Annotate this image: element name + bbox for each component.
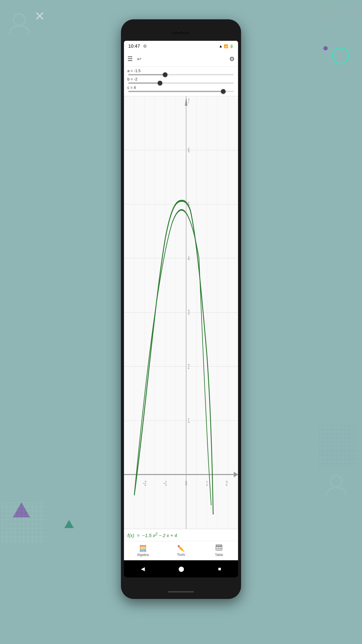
undo-icon[interactable]: ↩	[137, 56, 141, 62]
bg-grid-bl	[2, 502, 45, 545]
bg-triangle-purple	[13, 502, 30, 517]
svg-rect-1	[319, 425, 358, 468]
svg-rect-3	[2, 502, 45, 545]
status-icons: ▲ 📶 🔋	[219, 44, 234, 48]
slider-c-fill	[128, 91, 223, 92]
slider-a-fill	[128, 74, 165, 75]
bg-squiggle-tr	[315, 2, 362, 28]
bg-dot-tr	[323, 46, 328, 50]
table-icon-svg	[216, 544, 222, 550]
svg-point-2	[331, 476, 342, 487]
svg-text:4: 4	[188, 254, 190, 262]
slider-b-fill	[128, 82, 160, 84]
nav-item-table[interactable]: Table	[200, 544, 238, 557]
table-icon	[216, 544, 222, 552]
slider-a-thumb[interactable]	[163, 72, 167, 77]
gear-icon-toolbar[interactable]: ⚙	[229, 56, 235, 62]
svg-text:1: 1	[206, 480, 208, 487]
nav-item-tools[interactable]: ✏️ Tools	[162, 545, 200, 557]
wifi-icon: ▲	[219, 44, 223, 48]
graph-svg: 7 6 5 4 3 2 1 −2 −1 0 1 2	[124, 96, 238, 529]
graph-area: 7 6 5 4 3 2 1 −2 −1 0 1 2	[124, 96, 238, 529]
svg-text:6: 6	[188, 146, 190, 154]
nav-label-algebra: Algebra	[137, 553, 149, 557]
svg-text:0: 0	[185, 480, 187, 487]
formula-bar: f(x) = −1.5 x2 − 2 x + 4	[124, 529, 238, 541]
slider-b-track[interactable]	[128, 82, 234, 84]
bg-user-icon-tl	[6, 11, 32, 36]
bg-circle-tr	[332, 47, 349, 64]
android-home-button[interactable]: ⬤	[178, 566, 184, 572]
slider-b-label: b = -2	[127, 77, 235, 82]
phone-home-bar	[168, 591, 194, 592]
phone-speaker	[172, 32, 190, 34]
hamburger-icon[interactable]: ☰	[127, 56, 133, 62]
tools-icon: ✏️	[177, 545, 185, 552]
svg-rect-42	[216, 545, 222, 546]
slider-c-thumb[interactable]	[221, 89, 226, 94]
android-recent-button[interactable]: ■	[218, 566, 221, 572]
battery-icon: 🔋	[230, 44, 234, 48]
nav-label-tools: Tools	[177, 553, 185, 557]
app-content: ☰ ↩ ⚙ a = -1.5 b = -2	[124, 52, 238, 560]
toolbar: ☰ ↩ ⚙	[124, 52, 238, 66]
nav-label-table: Table	[215, 553, 223, 557]
bg-triangle-green	[64, 520, 74, 528]
status-time: 10:47	[128, 43, 140, 49]
svg-text:7: 7	[188, 97, 190, 105]
status-bar: 10:47 ⚙ ▲ 📶 🔋	[124, 41, 238, 52]
svg-text:1: 1	[188, 416, 190, 424]
svg-text:2: 2	[188, 362, 190, 370]
svg-text:−1: −1	[163, 480, 167, 487]
android-back-button[interactable]: ◀	[141, 566, 145, 572]
toolbar-left: ☰ ↩	[127, 56, 141, 62]
bottom-nav: 🧮 Algebra ✏️ Tools	[124, 541, 238, 560]
bg-close-decoration: ✕	[34, 8, 45, 24]
svg-text:2: 2	[226, 480, 228, 487]
slider-c-row: c = 4	[127, 86, 235, 92]
formula-text: f(x) = −1.5 x2 − 2 x + 4	[127, 533, 177, 538]
slider-a-label: a = -1.5	[127, 69, 235, 73]
signal-icon: 📶	[224, 44, 228, 48]
slider-b-row: b = -2	[127, 77, 235, 84]
svg-text:−2: −2	[143, 480, 146, 487]
phone-screen: 10:47 ⚙ ▲ 📶 🔋 ☰ ↩ ⚙	[124, 41, 238, 578]
calculator-icon: 🧮	[139, 544, 147, 552]
phone-frame: 10:47 ⚙ ▲ 📶 🔋 ☰ ↩ ⚙	[121, 19, 241, 599]
slider-b-thumb[interactable]	[158, 81, 162, 86]
slider-a-track[interactable]	[128, 74, 234, 75]
nav-item-algebra[interactable]: 🧮 Algebra	[124, 544, 162, 557]
slider-c-label: c = 4	[127, 86, 235, 90]
bg-grid-br	[319, 425, 358, 468]
svg-text:3: 3	[188, 308, 190, 316]
android-nav-bar: ◀ ⬤ ■	[124, 560, 238, 578]
svg-point-0	[13, 14, 25, 26]
slider-c-track[interactable]	[128, 91, 234, 92]
bg-user-icon-br	[323, 472, 349, 498]
status-settings-icon: ⚙	[143, 44, 147, 49]
slider-a-row: a = -1.5	[127, 69, 235, 75]
sliders-container: a = -1.5 b = -2 c = 4	[124, 66, 238, 96]
